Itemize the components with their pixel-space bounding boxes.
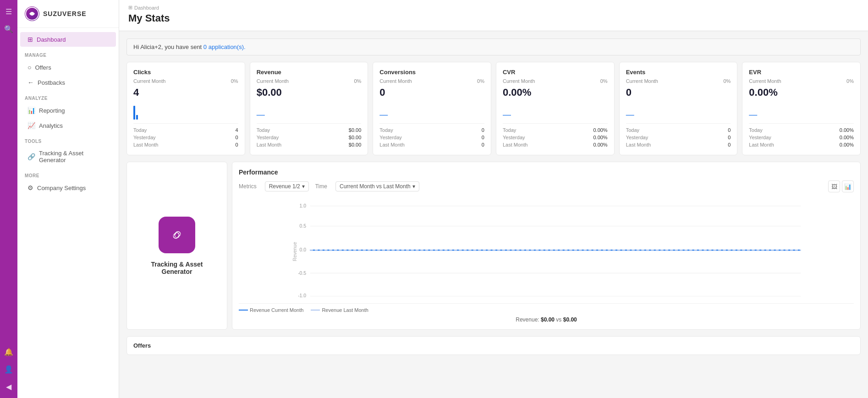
stat-separator xyxy=(379,123,484,124)
stat-month-row-events: Current Month 0% xyxy=(626,78,731,84)
notification-icon[interactable]: 🔔 xyxy=(2,345,16,359)
logo-icon xyxy=(25,6,39,21)
stat-row-label: Today xyxy=(626,127,639,133)
stat-value-evr: 0.00% xyxy=(749,87,854,98)
performance-card: Performance Metrics Revenue 1/2 ▾ Time C… xyxy=(232,162,861,330)
stat-row-value: $0.00 xyxy=(349,135,362,140)
collapse-icon[interactable]: ◀ xyxy=(2,380,16,393)
svg-text:1.0: 1.0 xyxy=(300,203,307,208)
user-icon[interactable]: 👤 xyxy=(2,362,16,376)
svg-text:0.0: 0.0 xyxy=(300,247,307,252)
stat-row-value: 0.00% xyxy=(840,135,854,140)
stat-row: Last Month 0.00% xyxy=(503,141,608,148)
stat-dash-revenue: — xyxy=(257,101,362,120)
icon-bar: ☰ 🔍 🔔 👤 ◀ xyxy=(0,0,17,398)
chart-type-icons: 🖼 📊 xyxy=(828,180,854,192)
sidebar-item-postbacks[interactable]: ← Postbacks xyxy=(20,75,116,90)
stat-row-value: 0 xyxy=(482,142,484,147)
stat-value-conversions: 0 xyxy=(379,87,484,98)
stat-row: Yesterday 0.00% xyxy=(503,134,608,141)
stat-separator xyxy=(257,123,362,124)
main-content: ⊞ Dashboard My Stats Hi Alicia+2, you ha… xyxy=(119,0,868,398)
stat-month-row-evr: Current Month 0% xyxy=(749,78,854,84)
breadcrumb-icon: ⊞ xyxy=(128,5,132,11)
stat-month-label: Current Month xyxy=(503,78,535,84)
analytics-icon: 📈 xyxy=(27,122,35,129)
stat-row-label: Yesterday xyxy=(133,135,156,140)
stat-row: Yesterday 0 xyxy=(133,134,238,141)
breadcrumb: ⊞ Dashboard xyxy=(128,5,859,11)
analyze-section-label: ANALYZE xyxy=(17,90,119,103)
offers-icon: ○ xyxy=(27,64,31,71)
stat-card-clicks: Clicks Current Month 0% 4 Today 4 Yester… xyxy=(126,62,245,155)
stat-row-label: Today xyxy=(503,127,516,133)
logo: SUZUVERSE xyxy=(17,0,119,28)
stat-row: Today 0 xyxy=(379,126,484,134)
stat-row-label: Today xyxy=(749,127,762,133)
sidebar-item-reporting-label: Reporting xyxy=(39,107,65,114)
sidebar-item-company[interactable]: ⚙ Company Settings xyxy=(20,180,116,195)
sidebar-item-postbacks-label: Postbacks xyxy=(38,79,65,86)
sidebar-item-company-label: Company Settings xyxy=(37,185,86,191)
sidebar-item-offers[interactable]: ○ Offers xyxy=(20,60,116,75)
stat-row-label: Last Month xyxy=(257,142,281,147)
sidebar-item-reporting[interactable]: 📊 Reporting xyxy=(20,103,116,118)
sidebar: SUZUVERSE ⊞ Dashboard MANAGE ○ Offers ← … xyxy=(17,0,119,398)
stat-row: Today 0.00% xyxy=(749,126,854,134)
line-chart-icon[interactable]: 🖼 xyxy=(828,180,840,192)
stat-row-label: Last Month xyxy=(133,142,158,147)
stat-row: Today 4 xyxy=(133,126,238,134)
stat-row: Today 0.00% xyxy=(503,126,608,134)
svg-text:0.5: 0.5 xyxy=(300,224,307,229)
stat-title-conversions: Conversions xyxy=(379,69,484,76)
offers-title: Offers xyxy=(133,342,854,349)
stat-dash-evr: — xyxy=(749,101,854,120)
performance-legend: Revenue Current Month Revenue Last Month xyxy=(239,303,854,313)
stat-value-events: 0 xyxy=(626,87,731,98)
svg-text:-0.5: -0.5 xyxy=(298,271,306,276)
breadcrumb-text: Dashboard xyxy=(134,5,159,11)
stat-month-pct: 0% xyxy=(846,78,854,84)
alert-link[interactable]: 0 application(s). xyxy=(203,44,246,50)
stat-row-value: 0 xyxy=(482,135,484,140)
reporting-icon: 📊 xyxy=(27,107,35,114)
stat-title-events: Events xyxy=(626,69,731,76)
search-icon[interactable]: 🔍 xyxy=(2,22,16,36)
sidebar-item-dashboard[interactable]: ⊞ Dashboard xyxy=(20,32,116,47)
stat-row-value: 0 xyxy=(728,127,731,133)
sidebar-item-tracking-label: Tracking & Asset Generator xyxy=(39,150,109,164)
stat-month-row-cvr: Current Month 0% xyxy=(503,78,608,84)
stat-dash-events: — xyxy=(626,101,731,120)
stat-row-label: Today xyxy=(133,127,147,133)
stat-row: Today 0 xyxy=(626,126,731,134)
offers-section: Offers xyxy=(126,336,861,355)
stat-card-cvr: CVR Current Month 0% 0.00% — Today 0.00%… xyxy=(496,62,615,155)
content-area: Hi Alicia+2, you have sent 0 application… xyxy=(119,31,868,398)
time-dropdown[interactable]: Current Month vs Last Month ▾ xyxy=(335,181,419,191)
stat-row-label: Yesterday xyxy=(626,135,648,140)
stat-value-revenue: $0.00 xyxy=(257,87,362,98)
stat-row: Last Month 0 xyxy=(379,141,484,148)
tracking-asset-card[interactable]: Tracking & Asset Generator xyxy=(126,162,227,330)
stat-month-row-revenue: Current Month 0% xyxy=(257,78,362,84)
hamburger-icon[interactable]: ☰ xyxy=(2,5,16,18)
bar-chart-icon[interactable]: 📊 xyxy=(842,180,854,192)
stat-row: Yesterday $0.00 xyxy=(257,134,362,141)
tracking-card-icon xyxy=(159,217,195,253)
stat-month-pct: 0% xyxy=(231,78,238,84)
mini-bar xyxy=(133,106,135,120)
sidebar-item-tracking[interactable]: 🔗 Tracking & Asset Generator xyxy=(20,146,116,167)
tracking-card-label: Tracking & Asset Generator xyxy=(136,261,218,275)
metrics-dropdown[interactable]: Revenue 1/2 ▾ xyxy=(265,181,309,191)
legend-last-month: Revenue Last Month xyxy=(311,307,368,313)
stat-row-label: Yesterday xyxy=(749,135,771,140)
stat-row-label: Yesterday xyxy=(503,135,525,140)
page-header: ⊞ Dashboard My Stats xyxy=(119,0,868,31)
stat-month-pct: 0% xyxy=(600,78,608,84)
sidebar-item-analytics[interactable]: 📈 Analytics xyxy=(20,118,116,133)
stat-row-label: Last Month xyxy=(626,142,651,147)
performance-controls: Metrics Revenue 1/2 ▾ Time Current Month… xyxy=(239,180,854,192)
stat-row: Last Month $0.00 xyxy=(257,141,362,148)
stat-month-label: Current Month xyxy=(133,78,165,84)
stat-row: Last Month 0 xyxy=(133,141,238,148)
